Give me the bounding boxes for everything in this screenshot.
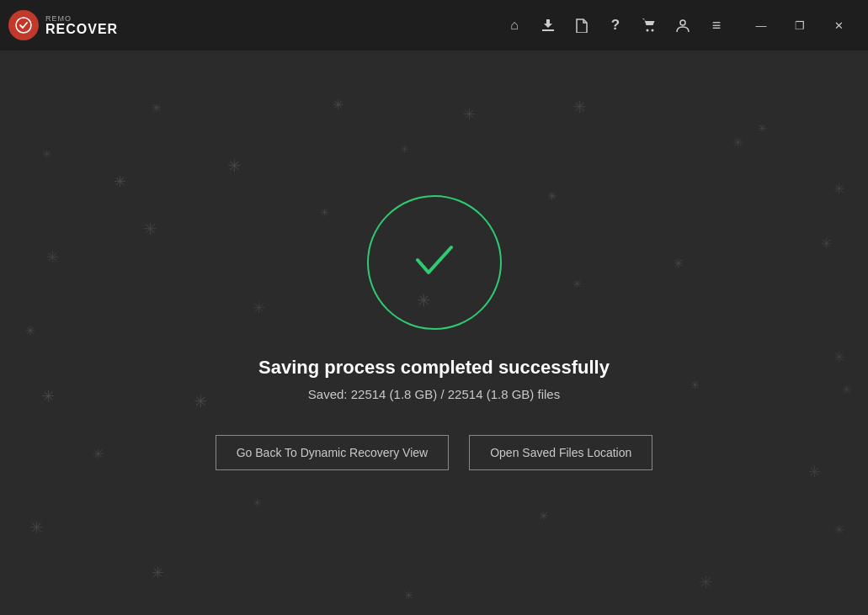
decorative-asterisk: ✳	[29, 517, 44, 538]
action-buttons: Go Back To Dynamic Recovery View Open Sa…	[216, 435, 653, 470]
decorative-asterisk: ✳	[114, 172, 126, 191]
decorative-asterisk: ✳	[833, 522, 844, 538]
title-bar: remo RECOVER ⌂ ?	[0, 0, 868, 50]
decorative-asterisk: ✳	[333, 97, 343, 113]
decorative-asterisk: ✳	[821, 236, 832, 252]
decorative-asterisk: ✳	[690, 379, 700, 391]
decorative-asterisk: ✳	[320, 206, 329, 219]
decorative-asterisk: ✳	[152, 101, 162, 114]
decorative-asterisk: ✳	[194, 391, 208, 411]
open-saved-files-button[interactable]: Open Saved Files Location	[469, 435, 652, 470]
main-content: Saving process completed successfully Sa…	[0, 50, 868, 615]
decorative-asterisk: ✳	[400, 143, 409, 156]
decorative-asterisk: ✳	[93, 446, 104, 462]
minimize-button[interactable]: —	[742, 10, 780, 40]
svg-point-4	[680, 20, 685, 25]
decorative-asterisk: ✳	[758, 122, 767, 135]
decorative-asterisk: ✳	[699, 572, 713, 592]
decorative-asterisk: ✳	[842, 383, 852, 396]
logo-icon	[8, 10, 39, 40]
decorative-asterisk: ✳	[833, 181, 844, 197]
cart-icon-btn[interactable]	[634, 10, 664, 40]
decorative-asterisk: ✳	[253, 299, 265, 317]
decorative-asterisk: ✳	[25, 324, 35, 337]
decorative-asterisk: ✳	[42, 387, 55, 406]
svg-point-2	[647, 29, 649, 32]
title-bar-left: remo RECOVER	[8, 10, 118, 40]
menu-icon-btn[interactable]: ≡	[701, 10, 732, 40]
svg-point-3	[652, 29, 654, 32]
decorative-asterisk: ✳	[143, 219, 157, 239]
file-icon-btn[interactable]	[567, 10, 597, 40]
decorative-asterisk: ✳	[463, 105, 476, 124]
title-bar-right: ⌂ ?	[499, 10, 858, 40]
close-button[interactable]: ✕	[819, 10, 858, 40]
help-icon-btn[interactable]: ?	[600, 10, 631, 40]
window-controls: — ❐ ✕	[742, 10, 858, 40]
app-window: remo RECOVER ⌂ ?	[0, 0, 868, 615]
decorative-asterisk: ✳	[674, 257, 684, 270]
decorative-asterisk: ✳	[572, 278, 582, 290]
back-to-recovery-button[interactable]: Go Back To Dynamic Recovery View	[216, 435, 449, 470]
success-title: Saving process completed successfully	[258, 357, 610, 379]
decorative-asterisk: ✳	[152, 564, 164, 582]
user-icon-btn[interactable]	[668, 10, 698, 40]
decorative-asterisk: ✳	[539, 509, 549, 522]
decorative-asterisk: ✳	[547, 189, 557, 203]
download-icon-btn[interactable]	[533, 10, 563, 40]
decorative-asterisk: ✳	[732, 135, 743, 151]
logo-text: remo RECOVER	[45, 15, 118, 36]
decorative-asterisk: ✳	[808, 463, 821, 481]
decorative-asterisk: ✳	[46, 248, 59, 267]
decorative-asterisk: ✳	[42, 147, 52, 161]
decorative-asterisk: ✳	[404, 589, 413, 602]
logo-recover: RECOVER	[45, 23, 118, 36]
decorative-asterisk: ✳	[253, 496, 262, 509]
svg-rect-1	[542, 29, 554, 31]
checkmark-icon	[405, 229, 464, 296]
decorative-asterisk: ✳	[572, 97, 587, 117]
decorative-asterisk: ✳	[833, 349, 844, 365]
svg-point-0	[16, 18, 31, 33]
decorative-asterisk: ✳	[227, 156, 242, 176]
success-subtitle: Saved: 22514 (1.8 GB) / 22514 (1.8 GB) f…	[308, 387, 560, 401]
home-icon-btn[interactable]: ⌂	[499, 10, 530, 40]
success-circle	[367, 195, 502, 330]
maximize-button[interactable]: ❐	[780, 10, 819, 40]
